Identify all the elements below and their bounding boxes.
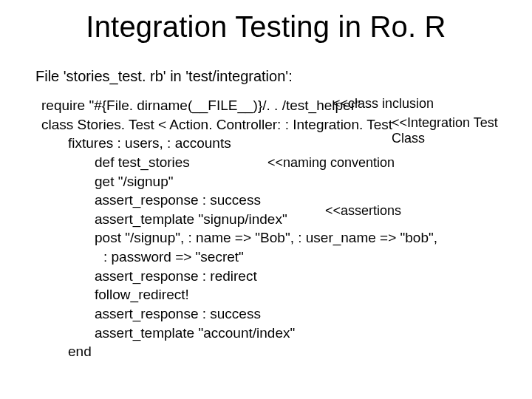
file-dir: 'test/integration' — [185, 68, 288, 84]
code-line: : password => "secret" — [41, 248, 507, 267]
code-line: assert_template "signup/index" — [41, 210, 507, 229]
code-line: assert_template "account/index" — [41, 324, 507, 343]
code-line: assert_response : success — [41, 191, 507, 210]
code-block: require "#{File. dirname(__FILE__)}/. . … — [41, 96, 507, 361]
slide-title: Integration Testing in Ro. R — [0, 10, 532, 44]
code-line: post "/signup", : name => "Bob", : user_… — [41, 228, 507, 248]
code-line: end — [41, 342, 507, 361]
code-line: def test_stories — [41, 153, 507, 172]
code-line: follow_redirect! — [41, 285, 507, 304]
slide: Integration Testing in Ro. R File 'stori… — [0, 0, 532, 399]
code-line: assert_response : redirect — [41, 267, 507, 286]
file-suffix: : — [288, 68, 293, 84]
code-line: class Stories. Test < Action. Controller… — [41, 115, 507, 134]
file-line: File 'stories_test. rb' in 'test/integra… — [35, 68, 293, 85]
code-line: assert_response : success — [41, 304, 507, 324]
file-mid: in — [166, 68, 186, 84]
code-line: fixtures : users, : accounts — [41, 134, 507, 153]
code-line: get "/signup" — [41, 172, 507, 191]
code-line: require "#{File. dirname(__FILE__)}/. . … — [41, 96, 507, 115]
file-prefix: File — [35, 68, 64, 84]
file-name: 'stories_test. rb' — [64, 68, 166, 84]
